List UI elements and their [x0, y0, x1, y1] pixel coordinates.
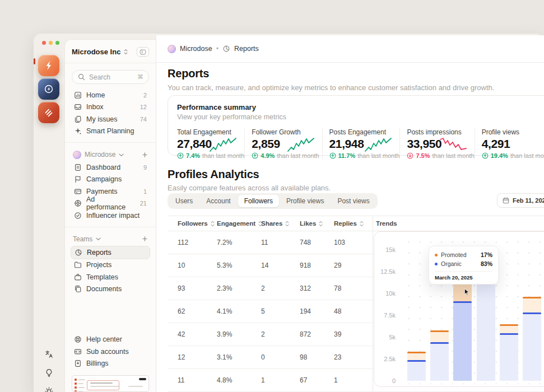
traffic-light-zoom[interactable] — [55, 41, 59, 45]
sidebar-item-help-center[interactable]: Help center — [71, 334, 150, 346]
cell-engagement: 4.1% — [217, 307, 232, 315]
column-header-likes[interactable]: Likes — [300, 216, 323, 231]
analytics-subtitle: Easily compare features across all avail… — [168, 184, 331, 192]
cell-shares: 0 — [261, 353, 265, 361]
teams-section-header[interactable]: Teams — [65, 232, 156, 246]
sidebar-item-ad-performance[interactable]: Ad performance21 — [71, 198, 150, 210]
metric-posts-impressions: Posts impressions33,9507.5%than last mon… — [399, 128, 474, 159]
column-header-engagement[interactable]: Engagement — [217, 216, 263, 231]
sidebar-item-label: Dashboard — [86, 164, 120, 171]
inbox-icon — [74, 103, 82, 111]
metrics-row: Total Engagement27,8407.4%than last mont… — [168, 128, 544, 159]
tab-account[interactable]: Account — [200, 195, 236, 207]
cell-shares: 5 — [261, 307, 265, 315]
metric-label: Posts impressions — [407, 128, 474, 136]
tooltip-organic-label: Organic — [441, 260, 462, 267]
workspace-switcher[interactable]: Microdose Inc — [65, 40, 156, 63]
workspace-items: Dashboard9CampaignsPayments1Ad performan… — [65, 161, 156, 222]
sidebar-item-templates[interactable]: Templates — [71, 271, 150, 283]
sidebar-item-inbox[interactable]: Inbox12 — [71, 101, 150, 114]
workspace-section-header[interactable]: Microdose — [65, 148, 156, 161]
home-icon — [74, 91, 82, 99]
cell-engagement: 7.2% — [217, 239, 232, 246]
metric-value: 4,291 — [482, 137, 544, 151]
column-header-label: Engagement — [217, 220, 255, 227]
divider — [65, 227, 156, 227]
add-workspace-item-button[interactable] — [142, 152, 148, 158]
metric-delta-suffix: than last month — [510, 152, 544, 159]
sidebar-item-reports[interactable]: Reports — [71, 246, 150, 259]
sidebar-item-influencer-impact[interactable]: Influencer impact — [71, 209, 150, 222]
organic-line — [523, 312, 541, 314]
tab-post-views[interactable]: Post views — [331, 195, 375, 207]
sidebar-item-dashboard[interactable]: Dashboard9 — [71, 161, 150, 174]
app-dock — [34, 34, 64, 392]
metric-follower-growth: Follower Growth2,8594.9%than last month — [244, 128, 322, 159]
preview-thumbnail[interactable] — [72, 375, 149, 392]
chevron-down-icon — [119, 152, 124, 158]
analytics-table: FollowersEngagementSharesLikesRepliesTre… — [168, 216, 544, 392]
column-header-label: Likes — [300, 220, 316, 227]
sidebar-item-sub-accounts[interactable]: Sub accounts — [71, 346, 150, 358]
lightbulb-icon[interactable] — [34, 368, 64, 377]
organic-line — [500, 333, 518, 335]
sidebar-item-campaigns[interactable]: Campaigns — [71, 174, 150, 186]
sidebar-item-documents[interactable]: Documents — [71, 283, 150, 296]
column-header-followers[interactable]: Followers — [178, 216, 215, 231]
sidebar-nav: Home2Inbox12My issues74Smart Planning — [65, 89, 156, 137]
metric-label: Follower Growth — [252, 128, 322, 136]
tab-users[interactable]: Users — [169, 195, 199, 207]
sidebar-item-home[interactable]: Home2 — [71, 89, 150, 101]
cell-shares: 2 — [261, 330, 265, 338]
tooltip-promoted-value: 17% — [481, 251, 492, 258]
sidebar: Microdose Inc Search ⌘ Home2Inbox12My is… — [64, 39, 156, 392]
cell-likes: 67 — [300, 376, 307, 384]
add-team-item-button[interactable] — [142, 236, 148, 242]
cell-replies: 103 — [334, 239, 345, 246]
sun-icon[interactable] — [34, 387, 64, 392]
sparkline-down — [440, 137, 467, 153]
bill-icon — [74, 360, 82, 367]
metric-delta-pct: 7.5% — [416, 152, 430, 159]
lines-app-icon[interactable] — [38, 102, 59, 123]
circle-bolt-app-icon[interactable] — [38, 78, 59, 100]
breadcrumb-app[interactable]: Microdose — [180, 45, 212, 53]
cell-replies: 29 — [334, 262, 341, 269]
date-range-picker[interactable]: Feb 11, 2025 - Ma — [497, 193, 544, 208]
cell-followers: 10 — [178, 262, 185, 269]
translate-icon[interactable] — [34, 350, 64, 358]
date-range-label: Feb 11, 2025 - Ma — [513, 197, 544, 204]
cell-shares: 14 — [261, 262, 268, 269]
trends-chart[interactable]: 02.5k5k7.5k10k12.5k15k Promoted 17% Orga… — [374, 231, 544, 387]
sidebar-item-billings[interactable]: Billings — [71, 358, 150, 370]
team-items: ReportsProjectsTemplatesDocuments — [65, 246, 156, 296]
sparkline-up — [365, 137, 392, 153]
organic-bar — [500, 334, 518, 381]
traffic-light-close[interactable] — [42, 41, 46, 45]
search-input[interactable]: Search ⌘ — [72, 70, 149, 84]
cell-followers: 11 — [178, 376, 184, 384]
sidebar-item-smart-planning[interactable]: Smart Planning — [71, 125, 150, 138]
summary-title: Performance summary — [177, 103, 544, 111]
tab-profile-views[interactable]: Profile views — [280, 195, 330, 207]
cell-followers: 93 — [178, 284, 185, 292]
sidebar-item-my-issues[interactable]: My issues74 — [71, 113, 150, 125]
mouse-cursor — [463, 288, 471, 298]
chevron-updown-icon — [123, 49, 128, 55]
tab-followers[interactable]: Followers — [238, 195, 279, 207]
bolt-app-icon[interactable] — [38, 55, 59, 76]
collapse-sidebar-button[interactable] — [137, 47, 149, 57]
cell-shares: 2 — [261, 284, 265, 292]
column-header-shares[interactable]: Shares — [261, 216, 290, 231]
copy-icon — [74, 285, 82, 293]
promoted-bar — [523, 298, 541, 314]
column-header-label: Followers — [178, 220, 208, 227]
cell-likes: 312 — [300, 284, 311, 292]
column-header-replies[interactable]: Replies — [334, 216, 364, 231]
traffic-light-minimize[interactable] — [49, 41, 53, 45]
calendar-icon — [503, 197, 509, 204]
promoted-line — [430, 330, 449, 332]
organic-line — [430, 342, 449, 344]
sidebar-item-projects[interactable]: Projects — [71, 259, 150, 272]
breadcrumb-page[interactable]: Reports — [234, 45, 259, 53]
